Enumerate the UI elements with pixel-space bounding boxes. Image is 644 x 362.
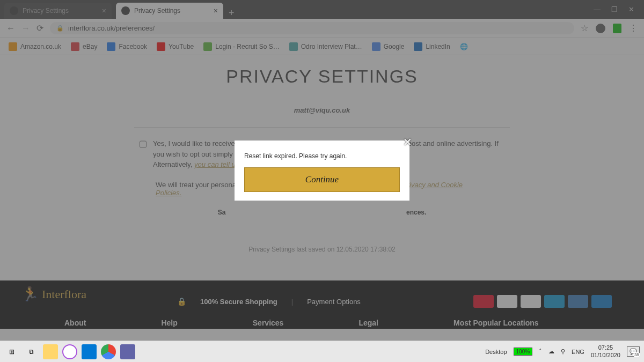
chrome-icon[interactable] [101, 344, 116, 359]
close-modal-button[interactable]: ✕ [401, 136, 414, 149]
modal-message: Reset link expired. Please try again. [244, 152, 400, 160]
tray-chevron-icon[interactable]: ˄ [539, 348, 542, 355]
security-icon[interactable]: ⚲ [561, 348, 565, 355]
onedrive-icon[interactable]: ☁ [548, 348, 554, 355]
language-indicator[interactable]: ENG [572, 349, 584, 355]
modal-overlay: ✕ Reset link expired. Please try again. … [0, 0, 644, 341]
teams-icon[interactable] [120, 344, 135, 359]
start-button[interactable]: ⊞ [4, 344, 19, 359]
battery-indicator[interactable]: 100% [514, 348, 533, 356]
desktop-toolbar[interactable]: Desktop [485, 349, 507, 355]
continue-button[interactable]: Continue [244, 167, 400, 192]
outlook-icon[interactable] [82, 344, 97, 359]
browser-icon[interactable] [62, 344, 77, 359]
windows-taskbar: ⊞ ⧉ Desktop 100% ˄ ☁ ⚲ ENG 07:25 01/10/2… [0, 341, 644, 362]
clock[interactable]: 07:25 01/10/2020 [591, 344, 620, 358]
file-explorer-icon[interactable] [43, 344, 58, 359]
notification-center[interactable]: 💬35 [627, 346, 640, 357]
task-view-icon[interactable]: ⧉ [24, 344, 39, 359]
reset-expired-modal: ✕ Reset link expired. Please try again. … [235, 141, 409, 201]
